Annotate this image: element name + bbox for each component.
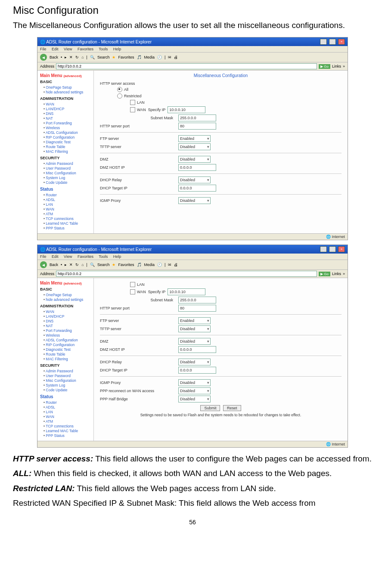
sidebar-item[interactable]: LAN/DHCP [43,107,93,111]
sidebar-item[interactable]: RIP Configuration [43,135,93,139]
media-label[interactable]: Media [144,263,155,267]
sidebar-item[interactable]: PPP Status [43,433,93,438]
sidebar-item[interactable]: NAT [43,116,93,121]
maximize-icon[interactable]: □ [329,39,336,45]
sidebar-item[interactable]: User Password [43,374,93,378]
home-icon[interactable]: ⌂ [81,263,84,267]
sidebar-item[interactable]: ADSL Configuration [43,338,93,342]
sidebar-item[interactable]: User Password [43,166,93,170]
sidebar-item[interactable]: Router [43,193,93,197]
sidebar-item[interactable]: Wireless [43,333,93,337]
media-icon[interactable]: 🎵 [137,55,142,59]
sidebar-item[interactable]: WAN [43,309,93,314]
sidebar-item[interactable]: hide advanced settings [43,297,93,302]
sidebar-item[interactable]: Admin Password [43,161,93,166]
menu-edit[interactable]: Edit [52,47,59,51]
input-http-port[interactable]: 80 [178,305,216,312]
sidebar-item[interactable]: ADSL [43,405,93,409]
select-dmz[interactable]: Disabled [178,338,211,345]
history-icon[interactable]: 🕘 [157,263,162,267]
favorites-label[interactable]: Favorites [118,55,134,59]
maximize-icon[interactable]: □ [329,246,336,252]
select-ftp[interactable]: Enabled [178,317,211,324]
select-dhcp-relay[interactable]: Disabled [178,176,211,183]
minimize-icon[interactable]: _ [320,39,327,45]
close-icon[interactable]: × [338,246,345,252]
sidebar-item[interactable]: Code Update [43,180,93,185]
print-icon[interactable]: 🖨 [174,263,178,267]
back-label[interactable]: Back [50,263,58,267]
select-igmp[interactable]: Disabled [178,379,211,386]
search-label[interactable]: Search [97,263,110,267]
sidebar-item[interactable]: OnePage Setup [43,293,93,297]
checkbox-lan[interactable] [130,100,135,105]
mail-icon[interactable]: ✉ [168,263,171,267]
mail-icon[interactable]: ✉ [168,55,171,59]
sidebar-item[interactable]: ATM [43,212,93,216]
links-label[interactable]: Links [332,64,341,68]
menu-tools[interactable]: Tools [99,254,108,259]
sidebar-item[interactable]: RIP Configuration [43,343,93,347]
links-label[interactable]: Links [332,272,341,276]
sidebar-item[interactable]: LAN [43,410,93,414]
sidebar-item[interactable]: NAT [43,324,93,328]
sidebar-item[interactable]: ADSL [43,198,93,202]
sidebar-item[interactable]: DNS [43,319,93,323]
sidebar-item[interactable]: Diagnostic Test [43,347,93,352]
select-dmz[interactable]: Disabled [178,156,211,163]
sidebar-item[interactable]: TCP connections [43,217,93,221]
sidebar-item[interactable]: Wireless [43,126,93,130]
sidebar-item[interactable]: Router [43,400,93,405]
media-label[interactable]: Media [144,55,155,59]
close-icon[interactable]: × [338,39,345,45]
reset-button[interactable]: Reset [223,405,241,411]
sidebar-item[interactable]: System Log [43,176,93,180]
sidebar-item[interactable]: Route Table [43,352,93,356]
menu-file[interactable]: File [40,254,47,259]
input-specify-ip[interactable]: 10.0.0.10 [168,106,205,113]
sidebar-item[interactable]: System Log [43,383,93,387]
select-tftp[interactable]: Disabled [178,143,211,150]
go-button[interactable]: ▶ Go [319,272,330,276]
radio-restricted[interactable] [117,93,122,99]
sidebar-item[interactable]: WAN [43,207,93,211]
select-ftp[interactable]: Enabled [178,135,211,142]
back-icon[interactable]: ◄ [40,261,47,268]
address-input[interactable] [56,63,317,69]
home-icon[interactable]: ⌂ [81,55,84,59]
favorites-icon[interactable]: ★ [112,263,115,267]
sidebar-item[interactable]: LAN/DHCP [43,314,93,319]
checkbox-wan[interactable] [130,289,135,294]
refresh-icon[interactable]: ↻ [75,263,79,267]
sidebar-item[interactable]: Learned MAC Table [43,221,93,226]
refresh-icon[interactable]: ↻ [75,55,79,59]
address-input[interactable] [56,271,317,277]
menu-favorites[interactable]: Favorites [78,47,93,51]
sidebar-item[interactable]: hide advanced settings [43,90,93,94]
input-dmz-host[interactable]: 0.0.0.0 [178,164,216,171]
input-specify-ip[interactable]: 10.0.0.10 [168,288,205,295]
submit-button[interactable]: Submit [200,405,220,411]
print-icon[interactable]: 🖨 [174,55,178,59]
sidebar-item[interactable]: DNS [43,111,93,116]
minimize-icon[interactable]: _ [320,246,327,252]
menu-file[interactable]: File [40,47,47,51]
sidebar-item[interactable]: Port Forwarding [43,121,93,125]
go-button[interactable]: ▶ Go [319,64,330,69]
menu-tools[interactable]: Tools [99,47,108,51]
sidebar-item[interactable]: Code Update [43,388,93,392]
stop-icon[interactable]: ✕ [69,55,73,59]
search-label[interactable]: Search [97,55,110,59]
sidebar-item[interactable]: ATM [43,419,93,424]
stop-icon[interactable]: ✕ [69,263,73,267]
menu-edit[interactable]: Edit [52,254,59,259]
back-icon[interactable]: ◄ [40,54,47,61]
select-dhcp-relay[interactable]: Disabled [178,359,211,365]
media-icon[interactable]: 🎵 [137,263,142,267]
sidebar-item[interactable]: Admin Password [43,369,93,373]
sidebar-item[interactable]: Route Table [43,145,93,149]
menu-view[interactable]: View [64,254,72,259]
history-icon[interactable]: 🕘 [157,55,162,59]
menu-favorites[interactable]: Favorites [78,254,93,259]
sidebar-item[interactable]: Misc Configuration [43,171,93,175]
